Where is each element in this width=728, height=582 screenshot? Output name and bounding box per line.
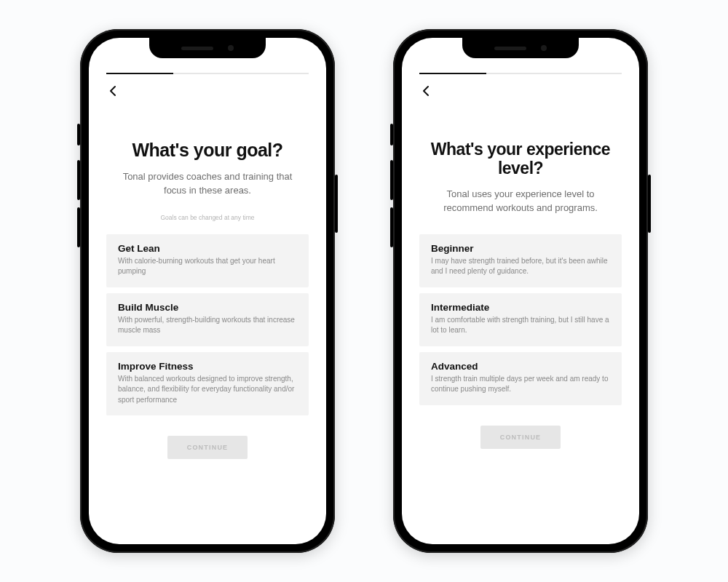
option-title: Improve Fitness <box>118 361 297 372</box>
volume-up-button <box>390 160 393 200</box>
volume-up-button <box>77 160 80 200</box>
progress-bar <box>106 73 309 74</box>
page-title: What's your experience level? <box>422 140 619 178</box>
power-button <box>335 175 338 233</box>
option-advanced[interactable]: Advanced I strength train multiple days … <box>419 352 622 405</box>
option-title: Build Muscle <box>118 302 297 313</box>
option-get-lean[interactable]: Get Lean With calorie-burning workouts t… <box>106 234 309 287</box>
option-desc: I strength train multiple days per week … <box>431 374 610 395</box>
continue-button[interactable]: CONTINUE <box>167 436 248 459</box>
progress-bar <box>419 73 622 74</box>
chevron-left-icon <box>108 85 117 97</box>
continue-button[interactable]: CONTINUE <box>480 426 561 449</box>
option-desc: I am comfortable with strength training,… <box>431 315 610 336</box>
option-desc: With calorie-burning workouts that get y… <box>118 256 297 277</box>
option-desc: I may have strength trained before, but … <box>431 256 610 277</box>
page-subtitle: Tonal uses your experience level to reco… <box>431 187 610 215</box>
back-button[interactable] <box>105 83 121 99</box>
chevron-left-icon <box>422 85 430 97</box>
page-subtitle: Tonal provides coaches and training that… <box>118 170 297 198</box>
option-desc: With balanced workouts designed to impro… <box>118 374 297 406</box>
option-title: Advanced <box>431 361 610 372</box>
option-title: Get Lean <box>118 243 297 254</box>
volume-down-button <box>77 207 80 247</box>
option-improve-fitness[interactable]: Improve Fitness With balanced workouts d… <box>106 352 309 416</box>
page-title: What's your goal? <box>109 140 306 161</box>
screen-experience: What's your experience level? Tonal uses… <box>402 38 639 544</box>
notch <box>462 38 579 58</box>
option-intermediate[interactable]: Intermediate I am comfortable with stren… <box>419 293 622 346</box>
mute-switch <box>77 124 80 146</box>
option-list: Beginner I may have strength trained bef… <box>419 234 622 405</box>
back-button[interactable] <box>418 83 434 99</box>
volume-down-button <box>390 207 393 247</box>
option-list: Get Lean With calorie-burning workouts t… <box>106 234 309 416</box>
phone-mockup-right: What's your experience level? Tonal uses… <box>393 29 648 553</box>
option-desc: With powerful, strength-building workout… <box>118 315 297 336</box>
notch <box>149 38 266 58</box>
option-build-muscle[interactable]: Build Muscle With powerful, strength-bui… <box>106 293 309 346</box>
option-beginner[interactable]: Beginner I may have strength trained bef… <box>419 234 622 287</box>
hint-text: Goals can be changed at any time <box>89 214 326 221</box>
option-title: Beginner <box>431 243 610 254</box>
screen-goal: What's your goal? Tonal provides coaches… <box>89 38 326 544</box>
mute-switch <box>390 124 393 146</box>
phone-mockup-left: What's your goal? Tonal provides coaches… <box>80 29 335 553</box>
power-button <box>648 175 651 233</box>
option-title: Intermediate <box>431 302 610 313</box>
